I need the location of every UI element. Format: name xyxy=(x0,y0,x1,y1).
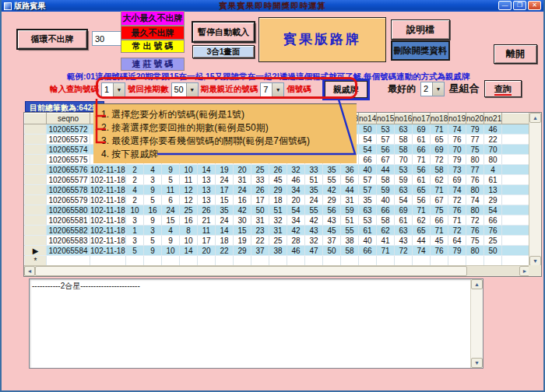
delete-draw-data-button[interactable]: 刪除開獎資料 xyxy=(391,40,450,61)
scroll-up-icon[interactable]: ▲ xyxy=(529,113,541,123)
cell: 54 xyxy=(287,205,305,215)
cell: 34 xyxy=(287,185,305,195)
relative-cards-button[interactable]: 親戚牌 xyxy=(325,81,367,98)
query-row: 輸入查詢號碼 1 ▼ 號回推期數 50 ▼ 期最親近的號碼 7 ▼ 個號碼 親戚… xyxy=(50,81,367,98)
horizontal-scroll-thumb[interactable] xyxy=(35,266,467,276)
table-row[interactable]: 102065581102-11-183915162124303132344243… xyxy=(25,215,530,226)
cycle-not-drawn-button[interactable]: 循環不出牌 xyxy=(17,30,87,49)
exit-button[interactable]: 離開 xyxy=(494,44,537,64)
new-record-row[interactable]: * xyxy=(25,256,530,266)
cell: 33 xyxy=(305,165,323,175)
consecutive-numbers-button[interactable]: 連 莊 號 碼 xyxy=(121,58,185,71)
cell: 70 xyxy=(484,145,502,155)
app-window: 版路賓果 賓果賓果即時開獎即時運算 — ❐ ✕ 循環不出牌 30 ▼ 大小最久不… xyxy=(0,0,545,392)
column-header: no18 xyxy=(431,114,448,124)
table-row[interactable]: 102065576102-11-182491014192025263233353… xyxy=(25,165,530,175)
cell: 50 xyxy=(484,246,502,256)
cell: 80 xyxy=(484,155,502,165)
cell: 76 xyxy=(466,226,484,236)
chevron-down-icon[interactable]: ▼ xyxy=(113,83,125,96)
cell: 44 xyxy=(377,165,395,175)
frequent-numbers-button[interactable]: 常 出 號 碼 xyxy=(121,40,185,53)
bigsmall-longest-missing-button[interactable]: 大小最久不出牌 xyxy=(121,11,185,26)
table-row[interactable]: 102065579102-11-182561213151617182024293… xyxy=(25,195,530,205)
cell: 24 xyxy=(216,215,234,226)
cell: 32 xyxy=(305,236,323,246)
cell xyxy=(466,256,484,266)
cell: 17 xyxy=(198,236,216,246)
cell: 3 xyxy=(126,215,144,226)
cell: 77 xyxy=(466,135,484,145)
output-textbox[interactable]: -----------2合星----------------------- ▲ … xyxy=(29,278,483,369)
cell: 102065577 xyxy=(47,175,90,185)
best-count-select[interactable]: 2 ▼ xyxy=(420,82,445,96)
cell: 3 xyxy=(144,175,162,185)
table-row[interactable]: 102065578102-11-184911121317242629343542… xyxy=(25,185,530,195)
cell: 63 xyxy=(395,226,413,236)
cell: 42 xyxy=(287,226,305,236)
window-caption: 賓果賓果即時開獎即時運算 xyxy=(2,1,543,12)
cell: 20 xyxy=(287,195,305,205)
cell xyxy=(25,205,47,215)
nearest-label: 期最親近的號碼 xyxy=(201,84,258,95)
cell: 65 xyxy=(431,135,448,145)
close-button[interactable]: ✕ xyxy=(528,1,541,10)
cell: 69 xyxy=(431,145,448,155)
periods-select[interactable]: 50 ▼ xyxy=(171,82,199,97)
chevron-down-icon[interactable]: ▼ xyxy=(432,82,444,96)
minimize-button[interactable]: — xyxy=(498,1,512,10)
cell: 10 xyxy=(162,246,180,256)
longest-missing-button[interactable]: 最久不出牌 xyxy=(121,26,185,40)
cell: 102065581 xyxy=(47,215,90,226)
scrollbar-corner xyxy=(529,265,541,276)
cell: 13 xyxy=(484,185,502,195)
vertical-scrollbar[interactable]: ▲ ▼ xyxy=(529,113,541,266)
column-header: no19 xyxy=(448,114,466,124)
scroll-up-icon[interactable]: ▲ xyxy=(471,279,483,289)
maximize-button[interactable]: ❐ xyxy=(513,1,526,10)
cell: 79 xyxy=(448,246,466,256)
cell: 14 xyxy=(198,165,216,175)
table-row[interactable]: 102065577102-11-182351113243133454651555… xyxy=(25,175,530,185)
cell: 41 xyxy=(377,236,395,246)
cell: 25 xyxy=(484,236,502,246)
cell: 59 xyxy=(341,205,359,215)
count-select[interactable]: 7 ▼ xyxy=(260,82,284,97)
scroll-down-icon[interactable]: ▼ xyxy=(471,358,483,368)
cell: 102065575 xyxy=(47,155,90,165)
cell: 6 xyxy=(162,195,180,205)
table-row[interactable]: 102065583102-11-183591017181922252832373… xyxy=(25,236,530,246)
pause-autoload-button[interactable]: 暫停自動載入 xyxy=(192,22,255,42)
scroll-left-icon[interactable]: ◄ xyxy=(24,266,35,276)
cell: 31 xyxy=(251,215,269,226)
cell: 62 xyxy=(413,215,431,226)
star-combo-label: 星組合 xyxy=(449,82,480,96)
cell: 11 xyxy=(162,185,180,195)
help-file-button[interactable]: 說明檔 xyxy=(391,19,450,40)
cell: 75 xyxy=(431,205,448,215)
search-button[interactable]: 查詢 xyxy=(484,80,522,97)
column-header: no21 xyxy=(484,114,502,124)
chevron-down-icon[interactable]: ▼ xyxy=(186,83,198,96)
cell: 13 xyxy=(198,175,216,185)
cell: 69 xyxy=(448,175,466,185)
query-number-select[interactable]: 1 ▼ xyxy=(101,82,125,97)
cell: 102065578 xyxy=(47,185,90,195)
cell: 5 xyxy=(162,175,180,185)
cell: 66 xyxy=(359,155,377,165)
chevron-down-icon[interactable]: ▼ xyxy=(272,83,283,96)
output-vertical-scrollbar[interactable]: ▲ ▼ xyxy=(470,279,483,368)
cell: ▶ xyxy=(25,246,47,256)
cell: 65 xyxy=(413,226,431,236)
table-row[interactable]: ▶102065584102-11-18591014202229373846475… xyxy=(25,246,530,256)
table-row[interactable]: 102065582102-11-181348111415233142434555… xyxy=(25,226,530,236)
table-row[interactable]: 102065580102-11-181016242526354250515455… xyxy=(25,205,530,215)
bingo-board-button[interactable]: 賓果版路牌 xyxy=(258,17,386,62)
cell xyxy=(377,256,395,266)
cell: 3 xyxy=(126,236,144,246)
cell: 102065576 xyxy=(47,165,90,175)
cell: 54 xyxy=(484,205,502,215)
three-in-one-button[interactable]: 3合1畫面 xyxy=(192,45,255,58)
horizontal-scrollbar[interactable]: ◄ ► xyxy=(24,265,530,276)
cell: 75 xyxy=(466,236,484,246)
